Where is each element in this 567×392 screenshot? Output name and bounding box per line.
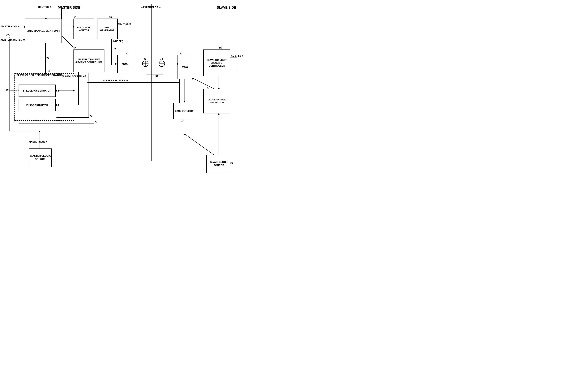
diagram: MASTER SIDE SLAVE SIDE ←INTERFACE→ bbox=[0, 0, 284, 196]
num-40: 40 bbox=[206, 86, 209, 89]
num-37: 37 bbox=[181, 120, 183, 123]
svg-line-11 bbox=[62, 36, 74, 47]
freq-est-box: FREQUENCY ESTIMATOR bbox=[19, 84, 56, 97]
num-50: 50 bbox=[49, 155, 52, 157]
slave-control-label: Control A D bbox=[231, 55, 243, 58]
num-60: 60 bbox=[56, 104, 59, 107]
cross-circle-33-svg bbox=[142, 60, 149, 67]
phase-est-box: PHASE ESTIMATOR bbox=[19, 99, 56, 111]
num-55: 55 bbox=[56, 89, 59, 92]
slave-clock-source-box: SLAVE CLOCK SOURCE bbox=[206, 155, 231, 173]
clock-sample-gen-box: CLOCK SAMPLE GENERATOR bbox=[203, 89, 230, 113]
mux-right-box: MUX bbox=[178, 55, 192, 79]
slave-clock-replica-gen-label: SLAVE CLOCK REPLICA GENERATOR bbox=[16, 74, 62, 77]
num-34: 34 bbox=[160, 57, 163, 60]
link-mgmt-box: LINK MANAGEMENT UNIT bbox=[25, 19, 62, 43]
d-label: D bbox=[60, 6, 62, 8]
svg-marker-17 bbox=[111, 63, 112, 65]
num-65: 65 bbox=[6, 88, 8, 91]
num-33: 33 bbox=[143, 57, 146, 60]
num-70: 70 bbox=[90, 114, 92, 117]
slave-clock-replica-label: SLAVE CLOCK REPLICA bbox=[62, 75, 86, 78]
sync-detector-box: SYNC DETECTOR bbox=[173, 103, 196, 119]
master-clock-label: MASTER CLOCK bbox=[1, 25, 19, 28]
num-20: 20 bbox=[74, 16, 76, 19]
cross-circle-34-svg bbox=[159, 60, 165, 67]
sync-assert-label: SYNC ASSERT bbox=[117, 23, 131, 25]
slave-txrx-box: SLAVE TRANSMIT /RECEIVE CONTROLLER bbox=[203, 49, 230, 76]
svg-marker-46 bbox=[87, 82, 89, 83]
svg-line-54 bbox=[185, 134, 214, 155]
svg-line-50 bbox=[193, 78, 214, 89]
slave-side-label: SLAVE SIDE bbox=[217, 6, 236, 10]
ack-nack-label: ACK/NACK FROM SLAVE bbox=[103, 79, 128, 82]
num-15: 15 bbox=[47, 70, 50, 73]
svg-marker-48 bbox=[184, 101, 186, 103]
num-32: 32 bbox=[179, 52, 182, 55]
svg-marker-19 bbox=[115, 63, 117, 65]
mux-left-box: MUX bbox=[117, 55, 132, 73]
num-35: 35 bbox=[219, 47, 222, 50]
control-a-label: CONTROL A bbox=[38, 6, 52, 8]
master-txrx-box: MASTER TRANSMIT /RECEIVE CONTROLLER bbox=[74, 49, 104, 72]
master-clock-source-label: MASTER CLOCK bbox=[29, 141, 47, 143]
num-10: 10 bbox=[74, 47, 76, 50]
num-30: 30 bbox=[125, 52, 128, 55]
sync-gen-box: SYNC GENERATOR bbox=[97, 19, 118, 39]
interface-label: ←INTERFACE→ bbox=[140, 6, 161, 9]
link-quality-box: LINK QUALITY MONITOR bbox=[74, 19, 94, 39]
master-clock-source-box: MASTER CLOCK SOURCE bbox=[29, 148, 52, 167]
num-27: 27 bbox=[46, 57, 49, 60]
slave-clock-replica-gen-outer bbox=[15, 73, 74, 121]
svg-marker-57 bbox=[38, 130, 40, 132]
svg-marker-55 bbox=[183, 134, 185, 135]
num-25: 25 bbox=[109, 16, 112, 19]
num-45: 45 bbox=[230, 162, 233, 165]
num-75: 75 bbox=[94, 121, 97, 124]
svg-marker-14 bbox=[114, 48, 116, 50]
num-31: 31 bbox=[155, 75, 158, 78]
sync-seq-label: SYNC SEQ bbox=[113, 40, 123, 43]
num-22: 22 bbox=[6, 33, 9, 37]
